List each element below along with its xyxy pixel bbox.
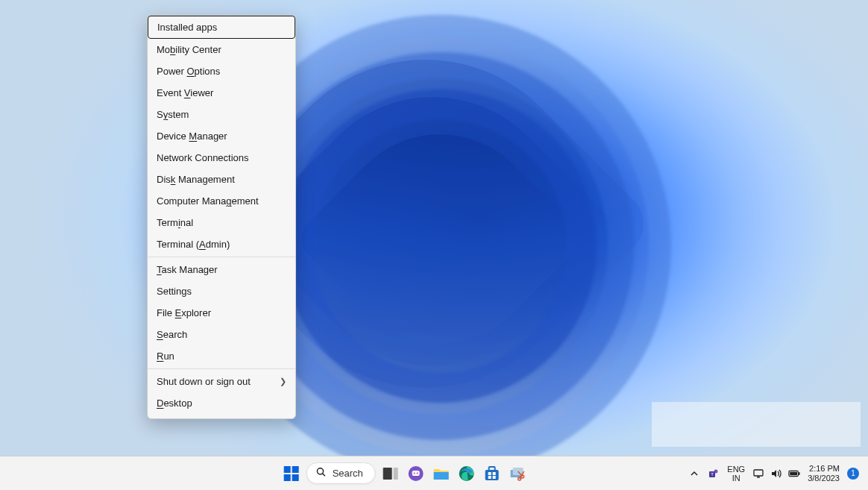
menu-item-label: Power Options bbox=[157, 66, 220, 77]
menu-item-label: Mobility Center bbox=[157, 44, 221, 55]
menu-item-label: System bbox=[157, 109, 189, 120]
menu-separator bbox=[148, 257, 295, 257]
svg-rect-6 bbox=[383, 468, 392, 480]
menu-item-terminal-admin[interactable]: Terminal (Admin) bbox=[148, 233, 295, 255]
language-indicator[interactable]: ENG IN bbox=[727, 465, 745, 483]
menu-separator bbox=[148, 368, 295, 369]
task-view-button[interactable] bbox=[380, 463, 401, 484]
search-icon bbox=[316, 467, 327, 480]
menu-item-label: File Explorer bbox=[157, 307, 211, 318]
clock-date: 3/8/2023 bbox=[808, 474, 840, 483]
svg-rect-12 bbox=[434, 472, 449, 480]
file-explorer-button[interactable] bbox=[431, 463, 452, 484]
menu-item-label: Installed apps bbox=[157, 22, 217, 33]
svg-rect-15 bbox=[489, 467, 495, 471]
svg-rect-3 bbox=[292, 474, 299, 481]
menu-item-label: Search bbox=[157, 329, 187, 340]
lang-line2: IN bbox=[727, 474, 745, 483]
menu-item-mobility-center[interactable]: Mobility Center bbox=[148, 39, 295, 60]
menu-item-network-connections[interactable]: Network Connections bbox=[148, 147, 295, 169]
taskbar: Search T ENG IN bbox=[0, 456, 868, 490]
menu-item-system[interactable]: System bbox=[148, 104, 295, 125]
menu-item-label: Desktop bbox=[157, 398, 192, 409]
watermark-area bbox=[652, 402, 861, 447]
search-box[interactable]: Search bbox=[306, 462, 376, 484]
menu-item-disk-management[interactable]: Disk Management bbox=[148, 169, 295, 190]
notification-count: 1 bbox=[851, 469, 855, 477]
menu-item-label: Computer Management bbox=[157, 195, 259, 207]
menu-item-device-manager[interactable]: Device Manager bbox=[148, 125, 295, 147]
lang-line1: ENG bbox=[727, 465, 745, 474]
menu-item-label: Terminal (Admin) bbox=[157, 239, 230, 250]
svg-rect-33 bbox=[799, 472, 800, 475]
menu-item-task-manager[interactable]: Task Manager bbox=[148, 259, 295, 280]
volume-icon bbox=[770, 468, 782, 480]
chevron-right-icon: ❯ bbox=[280, 377, 286, 386]
menu-item-file-explorer[interactable]: File Explorer bbox=[148, 302, 295, 324]
teams-tray-icon[interactable]: T bbox=[708, 468, 720, 480]
svg-rect-34 bbox=[790, 471, 797, 474]
svg-rect-29 bbox=[754, 470, 763, 476]
svg-rect-19 bbox=[493, 476, 496, 479]
start-button[interactable] bbox=[281, 463, 302, 484]
svg-rect-7 bbox=[394, 468, 398, 480]
svg-rect-17 bbox=[493, 472, 496, 475]
svg-line-5 bbox=[322, 474, 325, 477]
svg-rect-1 bbox=[292, 466, 299, 473]
clock[interactable]: 2:16 PM 3/8/2023 bbox=[808, 464, 840, 483]
menu-item-terminal[interactable]: Terminal bbox=[148, 212, 295, 233]
taskbar-center: Search bbox=[281, 462, 528, 484]
menu-item-label: Event Viewer bbox=[157, 87, 213, 98]
chat-button[interactable] bbox=[406, 463, 427, 484]
svg-rect-2 bbox=[284, 474, 291, 481]
menu-item-settings[interactable]: Settings bbox=[148, 280, 295, 302]
taskbar-tray: T ENG IN 2:16 PM 3/8/2023 1 bbox=[688, 464, 868, 483]
notification-badge[interactable]: 1 bbox=[847, 468, 859, 480]
menu-item-installed-apps[interactable]: Installed apps bbox=[148, 16, 295, 39]
menu-item-label: Terminal bbox=[157, 217, 193, 228]
microsoft-store-button[interactable] bbox=[482, 463, 503, 484]
system-tray-group[interactable] bbox=[752, 468, 800, 480]
menu-item-computer-management[interactable]: Computer Management bbox=[148, 190, 295, 212]
battery-icon bbox=[788, 468, 800, 480]
menu-item-power-options[interactable]: Power Options bbox=[148, 60, 295, 82]
menu-item-shut-down-or-sign-out[interactable]: Shut down or sign out❯ bbox=[148, 371, 295, 392]
edge-button[interactable] bbox=[456, 463, 477, 484]
svg-point-4 bbox=[317, 468, 323, 474]
svg-rect-16 bbox=[488, 472, 491, 475]
menu-item-label: Network Connections bbox=[157, 152, 249, 163]
search-label: Search bbox=[333, 468, 363, 479]
menu-item-label: Device Manager bbox=[157, 131, 227, 142]
menu-item-desktop[interactable]: Desktop bbox=[148, 392, 295, 414]
menu-item-label: Shut down or sign out bbox=[157, 376, 251, 387]
winx-menu: Installed appsMobility CenterPower Optio… bbox=[147, 15, 296, 419]
svg-rect-18 bbox=[488, 476, 491, 479]
menu-item-label: Settings bbox=[157, 286, 192, 297]
svg-rect-14 bbox=[485, 470, 499, 480]
svg-point-11 bbox=[417, 472, 418, 474]
svg-point-10 bbox=[414, 472, 415, 474]
menu-item-run[interactable]: Run bbox=[148, 345, 295, 367]
menu-item-search[interactable]: Search bbox=[148, 324, 295, 345]
menu-item-label: Disk Management bbox=[157, 174, 235, 185]
svg-rect-9 bbox=[412, 471, 420, 476]
tray-overflow-icon[interactable] bbox=[688, 468, 700, 480]
clock-time: 2:16 PM bbox=[808, 464, 840, 474]
svg-rect-0 bbox=[284, 466, 291, 473]
network-icon bbox=[752, 468, 764, 480]
menu-item-event-viewer[interactable]: Event Viewer bbox=[148, 82, 295, 104]
snipping-tool-button[interactable] bbox=[507, 463, 528, 484]
svg-text:T: T bbox=[711, 472, 714, 477]
menu-item-label: Run bbox=[157, 351, 174, 362]
menu-item-label: Task Manager bbox=[157, 264, 218, 275]
